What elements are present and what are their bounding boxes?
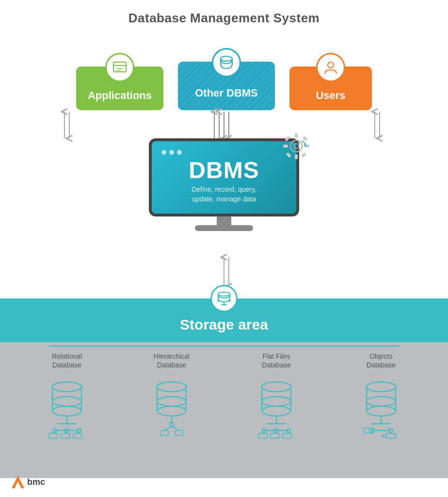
svg-rect-11 (295, 154, 298, 159)
svg-marker-83 (382, 434, 384, 437)
db-icon-hierarchical (150, 376, 193, 439)
svg-point-54 (262, 397, 291, 406)
svg-point-48 (170, 422, 174, 426)
svg-point-43 (157, 397, 186, 406)
db-item-objects: ObjectsDatabase (337, 352, 425, 439)
dot3 (177, 150, 182, 155)
dbms-subtitle: Define, record, query,update, manage dat… (161, 185, 287, 204)
svg-point-8 (290, 140, 302, 152)
db-label-objects: ObjectsDatabase (367, 352, 396, 369)
svg-rect-51 (160, 431, 168, 435)
db-item-relational: RelationalDatabase (23, 352, 111, 439)
storage-circle-icon (210, 285, 238, 312)
monitor-section: DBMS Define, record, query,update, manag… (0, 138, 448, 231)
gear-icon (281, 131, 311, 163)
svg-rect-37 (61, 433, 70, 438)
svg-point-72 (367, 397, 396, 406)
db-label-hierarchical: HierarchicalDatabase (154, 352, 190, 369)
svg-point-7 (328, 62, 334, 68)
main-title: Database Management System (128, 0, 320, 25)
monitor-screen-inner: DBMS Define, record, query,update, manag… (152, 141, 296, 214)
svg-rect-17 (301, 152, 306, 158)
svg-point-24 (52, 382, 81, 392)
databases-section: RelationalDatabase (0, 342, 448, 478)
bmc-logo: bmc (12, 476, 45, 488)
svg-point-4 (221, 56, 232, 61)
applications-icon (105, 53, 134, 82)
svg-rect-67 (283, 433, 291, 438)
svg-rect-38 (73, 433, 82, 438)
svg-point-44 (157, 406, 186, 416)
bmc-icon (12, 476, 24, 488)
monitor-dots (161, 150, 287, 155)
svg-rect-36 (49, 433, 58, 438)
db-label-relational: RelationalDatabase (52, 352, 82, 369)
svg-rect-16 (286, 152, 291, 158)
other-dbms-box: Other DBMS (178, 62, 275, 110)
svg-rect-14 (285, 136, 290, 141)
db-connection-line (0, 341, 448, 351)
svg-rect-15 (303, 136, 308, 141)
svg-point-71 (367, 382, 396, 392)
svg-point-55 (262, 406, 291, 416)
svg-point-26 (52, 406, 81, 416)
monitor-neck (217, 216, 231, 225)
svg-rect-66 (271, 433, 279, 438)
db-item-hierarchical: HierarchicalDatabase (128, 352, 215, 439)
dot2 (169, 150, 174, 155)
svg-marker-87 (12, 476, 24, 488)
svg-point-53 (262, 382, 291, 392)
monitor-screen: DBMS Define, record, query,update, manag… (149, 138, 299, 216)
svg-rect-65 (258, 433, 267, 438)
other-dbms-icon (212, 48, 241, 77)
lower-section: Storage area RelationalDatabase (0, 298, 448, 468)
db-item-flatfiles: Flat FilesDatabase (233, 352, 320, 439)
db-icon-relational (45, 376, 89, 439)
svg-rect-81 (386, 433, 396, 438)
svg-line-49 (164, 426, 172, 431)
svg-rect-12 (283, 145, 288, 148)
applications-box: Applications (76, 66, 163, 110)
dbms-title: DBMS (161, 159, 287, 182)
svg-line-50 (172, 426, 179, 431)
db-label-flatfiles: Flat FilesDatabase (262, 352, 291, 369)
monitor-wrapper: DBMS Define, record, query,update, manag… (149, 138, 299, 231)
users-icon (316, 53, 345, 82)
diagram-container: Database Management System Applications (0, 0, 448, 497)
svg-point-19 (218, 292, 230, 296)
storage-label: Storage area (180, 316, 268, 333)
bmc-text: bmc (27, 477, 45, 487)
storage-band: Storage area (0, 298, 448, 342)
svg-rect-52 (175, 431, 183, 435)
svg-rect-10 (295, 133, 298, 138)
monitor-stand (149, 216, 299, 231)
dot1 (161, 150, 166, 155)
users-box: Users (289, 66, 372, 110)
monitor-base (195, 225, 253, 231)
db-icon-objects (359, 376, 403, 439)
svg-point-25 (52, 397, 81, 406)
svg-point-42 (157, 382, 186, 392)
svg-point-73 (367, 406, 396, 416)
svg-point-9 (294, 144, 299, 149)
db-icon-flatfiles (255, 376, 298, 439)
